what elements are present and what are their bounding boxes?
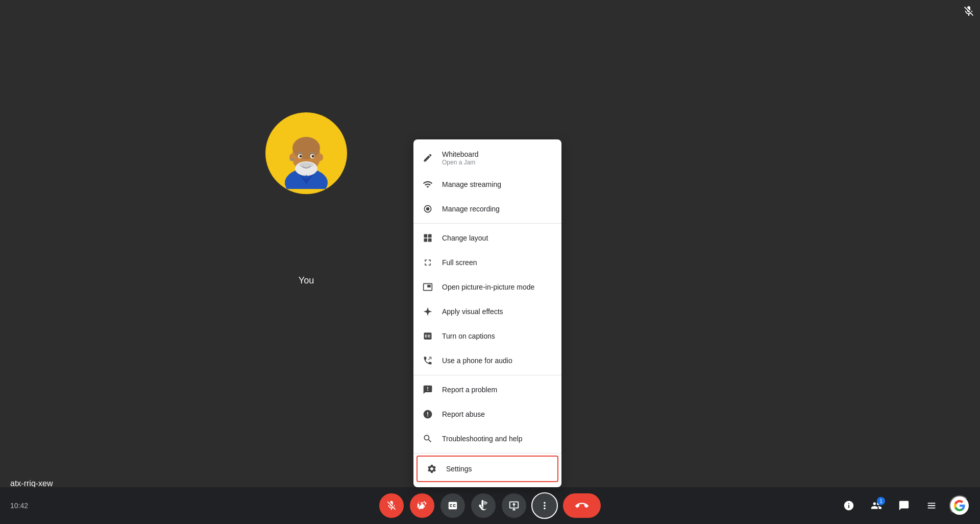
- menu-item-phone-audio[interactable]: Use a phone for audio: [413, 348, 561, 373]
- activities-icon: [926, 500, 937, 511]
- people-badge: 1: [877, 497, 885, 505]
- activities-button[interactable]: [922, 496, 941, 515]
- captions-toolbar-icon: [447, 500, 458, 511]
- menu-text-recording: Manage recording: [442, 204, 500, 213]
- menu-text-captions: Turn on captions: [442, 331, 495, 341]
- menu-text-layout: Change layout: [442, 233, 488, 243]
- svg-point-13: [312, 155, 314, 158]
- mic-button[interactable]: [379, 493, 404, 518]
- menu-text-fullscreen: Full screen: [442, 258, 477, 267]
- captions-icon: [422, 330, 434, 342]
- phone-audio-icon: [422, 354, 434, 367]
- menu-item-settings[interactable]: Settings: [416, 456, 558, 482]
- layout-icon: [422, 232, 434, 244]
- more-options-icon: [539, 500, 550, 511]
- menu-text-effects: Apply visual effects: [442, 307, 503, 316]
- report-abuse-icon: [422, 408, 434, 420]
- present-button[interactable]: [502, 493, 526, 518]
- svg-rect-6: [290, 158, 294, 161]
- toolbar-center: [379, 493, 601, 518]
- info-button[interactable]: [839, 496, 859, 515]
- menu-item-pip[interactable]: Open picture-in-picture mode: [413, 275, 561, 299]
- captions-button[interactable]: [440, 493, 465, 518]
- participant-label: You: [299, 275, 314, 286]
- menu-item-manage-recording[interactable]: Manage recording: [413, 197, 561, 221]
- menu-item-visual-effects[interactable]: Apply visual effects: [413, 299, 561, 324]
- toolbar: 10:42: [0, 487, 980, 524]
- menu-item-change-layout[interactable]: Change layout: [413, 226, 561, 250]
- menu-text-report-problem: Report a problem: [442, 385, 497, 394]
- svg-point-17: [426, 207, 430, 211]
- meeting-code: atx-rriq-xew: [10, 479, 53, 488]
- people-button[interactable]: 1: [867, 496, 886, 515]
- svg-point-12: [300, 155, 302, 158]
- camera-button[interactable]: [410, 493, 434, 518]
- meeting-time: 10:42: [10, 502, 28, 510]
- recording-icon: [422, 203, 434, 215]
- pip-icon: [422, 281, 434, 293]
- menu-text-whiteboard: Whiteboard Open a Jam: [442, 150, 479, 166]
- fullscreen-icon: [422, 256, 434, 269]
- menu-item-captions[interactable]: Turn on captions: [413, 324, 561, 348]
- pencil-icon: [422, 152, 434, 164]
- google-apps-button[interactable]: [949, 495, 970, 516]
- svg-point-9: [299, 162, 313, 168]
- menu-text-pip: Open picture-in-picture mode: [442, 282, 534, 292]
- settings-icon: [426, 463, 438, 475]
- streaming-icon: [422, 178, 434, 190]
- end-call-icon: [575, 499, 589, 512]
- svg-point-5: [318, 154, 323, 161]
- menu-text-troubleshooting: Troubleshooting and help: [442, 434, 523, 443]
- menu-text-settings: Settings: [446, 464, 472, 473]
- menu-item-troubleshooting[interactable]: Troubleshooting and help: [413, 426, 561, 451]
- context-menu: Whiteboard Open a Jam Manage streaming M…: [413, 139, 561, 487]
- mic-off-icon: [386, 500, 397, 511]
- menu-item-report-abuse[interactable]: Report abuse: [413, 402, 561, 426]
- camera-off-icon: [416, 500, 428, 511]
- chat-icon: [898, 500, 910, 511]
- menu-text-streaming: Manage streaming: [442, 180, 501, 189]
- menu-text-report-abuse: Report abuse: [442, 410, 485, 419]
- mic-muted-indicator: [963, 5, 975, 17]
- divider-1: [413, 223, 561, 224]
- menu-item-full-screen[interactable]: Full screen: [413, 250, 561, 275]
- menu-item-manage-streaming[interactable]: Manage streaming: [413, 172, 561, 197]
- toolbar-left: 10:42: [10, 502, 28, 510]
- menu-item-whiteboard[interactable]: Whiteboard Open a Jam: [413, 144, 561, 172]
- svg-point-7: [292, 137, 320, 159]
- divider-3: [413, 453, 561, 454]
- more-options-button[interactable]: [532, 493, 557, 518]
- participant-tile: You: [265, 112, 347, 194]
- info-icon: [843, 500, 854, 511]
- toolbar-right: 1: [839, 495, 970, 516]
- raise-hand-icon: [478, 500, 489, 511]
- google-icon: [953, 499, 966, 512]
- troubleshoot-icon: [422, 433, 434, 445]
- end-call-button[interactable]: [563, 493, 601, 518]
- report-problem-icon: [422, 384, 434, 396]
- effects-icon: [422, 305, 434, 318]
- raise-hand-button[interactable]: [471, 493, 496, 518]
- menu-text-phone: Use a phone for audio: [442, 356, 512, 365]
- chat-button[interactable]: [894, 496, 914, 515]
- present-icon: [508, 500, 520, 511]
- menu-item-report-problem[interactable]: Report a problem: [413, 377, 561, 402]
- avatar: [265, 112, 347, 194]
- divider-2: [413, 375, 561, 375]
